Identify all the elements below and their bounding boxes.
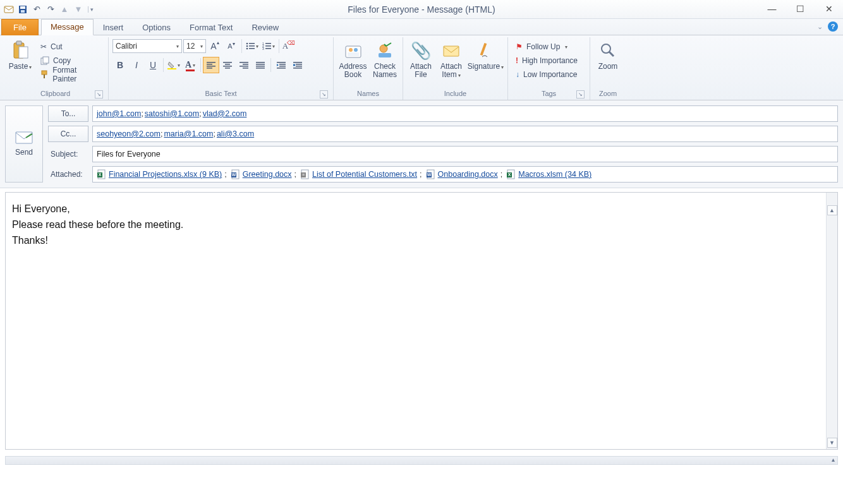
to-input[interactable]: john@1.com; satoshi@1.com; vlad@2.com [92,105,838,122]
prev-icon[interactable]: ▲ [58,3,71,16]
bullets-icon [246,42,255,50]
font-name-select[interactable]: Calibri▾ [112,39,182,53]
align-center-button[interactable] [220,57,235,73]
svg-rect-0 [4,6,13,13]
ribbon-collapse-icon[interactable]: ⌄ [817,23,823,31]
body-scrollbar[interactable]: ▲ ▼ [826,193,837,449]
zoom-button[interactable]: Zoom [594,39,622,72]
scroll-up-icon[interactable]: ▲ [827,205,837,215]
grow-font-button[interactable]: A▴ [207,39,222,54]
tab-format-text[interactable]: Format Text [180,20,242,35]
attach-file-button[interactable]: 📎 Attach File [407,39,435,80]
attachment-item[interactable]: XFinancial Projections.xlsx (9 KB) [97,169,222,179]
svg-point-56 [602,44,610,53]
svg-rect-3 [21,10,25,13]
font-size-select[interactable]: 12▾ [183,39,206,53]
qat-customize-icon[interactable]: ▾ [86,3,95,16]
cc-input[interactable]: seohyeon@2.com; maria@1.com; ali@3.com [92,126,838,142]
attach-item-button[interactable]: Attach Item [437,39,465,80]
font-name-value: Calibri [116,42,137,51]
high-importance-button[interactable]: ! High Importance [512,54,581,68]
message-body-area: ✉ Hi Everyone,Please read these before t… [5,192,838,450]
paintbrush-icon [40,70,49,79]
help-icon[interactable]: ? [828,21,838,32]
tab-review[interactable]: Review [242,20,288,35]
svg-rect-39 [256,68,265,69]
svg-rect-43 [277,68,286,69]
paste-label: Paste [9,63,32,71]
svg-rect-54 [444,46,459,56]
tab-insert[interactable]: Insert [94,20,133,35]
svg-rect-12 [249,43,255,44]
svg-rect-53 [379,53,391,57]
expand-icon[interactable]: ▴ [832,456,835,463]
numbering-button[interactable]: 123 [261,39,276,54]
bold-button[interactable]: B [112,57,128,73]
check-names-button[interactable]: Check Names [371,39,399,80]
format-painter-button[interactable]: Format Painter [37,68,104,81]
svg-rect-8 [43,57,49,63]
follow-up-button[interactable]: ⚑ Follow Up [512,40,581,54]
attachments-input[interactable]: XFinancial Projections.xlsx (9 KB); WGre… [92,166,838,183]
message-body-input[interactable]: Hi Everyone,Please read these before the… [6,193,837,449]
next-icon[interactable]: ▼ [72,3,85,16]
cc-button[interactable]: Cc... [48,126,88,142]
ribbon-group-clipboard: Paste ✂ Cut Copy Format Painter Clipboar… [3,37,109,100]
xlsm-file-icon: X [506,169,516,179]
attachment-item[interactable]: XMacros.xlsm (34 KB) [506,169,591,179]
align-right-button[interactable] [236,57,252,73]
recipient[interactable]: seohyeon@2.com [97,129,161,138]
magnifier-icon [600,42,616,59]
underline-button[interactable]: U [145,57,161,73]
justify-button[interactable] [253,57,268,73]
svg-rect-6 [19,47,28,58]
svg-rect-18 [265,43,271,44]
low-importance-button[interactable]: ↓ Low Importance [512,68,581,81]
window-controls: — ☐ ✕ [758,0,843,18]
recipient[interactable]: john@1.com [97,109,141,118]
save-icon[interactable] [16,3,29,16]
font-color-button[interactable]: A [183,57,198,73]
tab-options[interactable]: Options [133,20,180,35]
redo-icon[interactable]: ↷ [44,3,57,16]
address-book-button[interactable]: Address Book [337,39,368,80]
subject-input[interactable]: Files for Everyone [92,146,838,162]
app-icon[interactable] [3,3,15,16]
group-label-clipboard: Clipboard [40,90,70,97]
clear-formatting-button[interactable]: A⌫ [282,39,297,54]
svg-rect-16 [249,48,255,49]
maximize-button[interactable]: ☐ [786,0,815,18]
align-left-button[interactable] [203,57,219,73]
attachment-item[interactable]: WGreeting.docx [231,169,292,179]
attach-file-label: Attach File [410,63,432,79]
decrease-indent-button[interactable] [274,57,289,73]
minimize-button[interactable]: — [758,0,786,18]
shrink-font-button[interactable]: A▾ [224,39,239,54]
recipient[interactable]: ali@3.com [217,129,254,138]
clipboard-launcher-icon[interactable]: ↘ [95,90,103,99]
signature-button[interactable]: Signature [468,39,504,72]
down-arrow-icon: ↓ [516,70,519,79]
recipient[interactable]: maria@1.com [164,129,213,138]
to-button[interactable]: To... [48,105,88,122]
highlight-button[interactable] [166,57,181,73]
title-bar: ↶ ↷ ▲ ▼ ▾ Files for Everyone - Message (… [0,0,843,19]
recipient[interactable]: vlad@2.com [203,109,247,118]
tab-file[interactable]: File [1,19,39,35]
italic-button[interactable]: I [129,57,144,73]
tags-launcher-icon[interactable]: ↘ [576,90,585,99]
paste-button[interactable]: Paste [6,39,34,72]
undo-icon[interactable]: ↶ [30,3,43,16]
send-button[interactable]: Send [5,105,43,183]
basic-text-launcher-icon[interactable]: ↘ [320,90,328,99]
attachment-item[interactable]: ≡List of Potential Customers.txt [300,169,417,179]
increase-indent-button[interactable] [290,57,305,73]
cut-button[interactable]: ✂ Cut [37,40,104,54]
recipient[interactable]: satoshi@1.com [145,109,199,118]
attachment-label: Onboarding.docx [438,170,498,179]
bullets-button[interactable] [245,39,260,54]
attachment-item[interactable]: WOnboarding.docx [426,169,498,179]
close-button[interactable]: ✕ [815,0,843,18]
scroll-down-icon[interactable]: ▼ [827,438,837,448]
tab-message[interactable]: Message [41,19,94,35]
